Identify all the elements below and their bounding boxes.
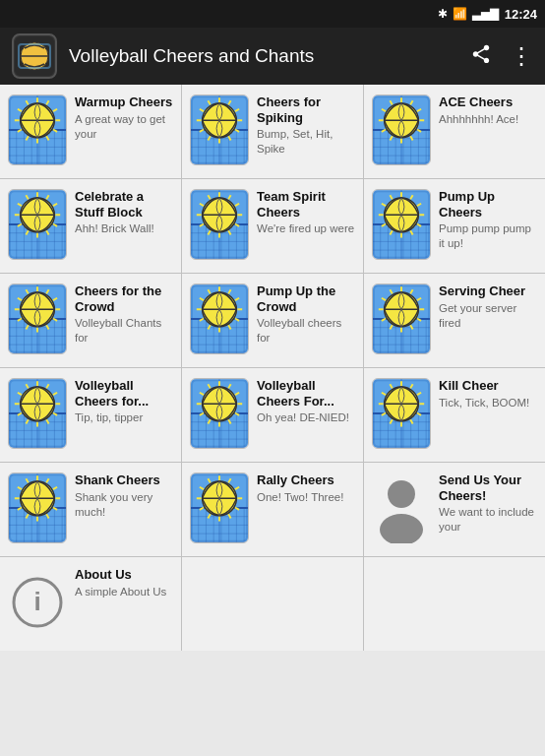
grid-item-cheers-for-the-crowd[interactable]: Cheers for the Crowd Volleyball Chants f… — [0, 274, 181, 367]
item-title: Kill Cheer — [439, 378, 537, 394]
item-text: Cheers for Spiking Bump, Set, Hit, Spike — [257, 94, 355, 157]
empty-cell — [182, 557, 363, 651]
grid-item-kill-cheer[interactable]: Kill Cheer Tick, Tick, BOOM! — [364, 368, 545, 462]
item-desc: Tip, tip, tipper — [75, 410, 173, 425]
item-thumb — [190, 472, 249, 543]
svg-point-439 — [380, 514, 423, 543]
item-title: Celebrate a Stuff Block — [75, 189, 173, 220]
item-title: Pump Up the Crowd — [257, 284, 355, 314]
grid-item-volleyball-cheers-for[interactable]: Volleyball Cheers for... Tip, tip, tippe… — [0, 368, 181, 462]
grid-item-volleyball-cheers-for2[interactable]: Volleyball Cheers For... Oh yea! DE-NIED… — [182, 368, 363, 462]
item-text: Pump Up the Crowd Volleyball cheers for — [257, 284, 355, 346]
wifi-icon: 📶 — [453, 7, 467, 21]
share-icon[interactable] — [470, 43, 492, 70]
item-text: Cheers for the Crowd Volleyball Chants f… — [75, 284, 173, 346]
status-time: 12:24 — [505, 7, 537, 22]
item-title: Serving Cheer — [439, 284, 537, 299]
item-text: Team Spirit Cheers We're fired up were — [257, 189, 355, 236]
item-title: Shank Cheers — [75, 472, 173, 488]
item-text: Send Us Your Cheers! We want to include … — [439, 472, 537, 535]
grid-item-about-us[interactable]: i About Us A simple About Us — [0, 557, 181, 651]
item-text: About Us A simple About Us — [75, 567, 173, 599]
item-text: Celebrate a Stuff Block Ahh! Brick Wall! — [75, 189, 173, 236]
bluetooth-icon: ✱ — [438, 7, 448, 21]
item-thumb — [190, 284, 249, 354]
status-bar: ✱ 📶 ▃▅▇ 12:24 — [0, 0, 545, 28]
grid-item-ace-cheers[interactable]: ACE Cheers Ahhhhhhh! Ace! — [364, 85, 545, 178]
grid-item-team-spirit-cheers[interactable]: Team Spirit Cheers We're fired up were — [182, 179, 363, 273]
item-thumb — [190, 189, 249, 260]
app-bar: Volleyball Cheers and Chants ⋮ — [0, 28, 545, 85]
app-title: Volleyball Cheers and Chants — [69, 45, 458, 67]
item-grid: Warmup Cheers A great way to get your Ch… — [0, 85, 545, 651]
item-thumb — [372, 472, 431, 543]
item-desc: Ahhhhhhh! Ace! — [439, 112, 537, 127]
item-text: Kill Cheer Tick, Tick, BOOM! — [439, 378, 537, 410]
item-thumb — [8, 189, 67, 260]
item-thumb — [8, 378, 67, 449]
more-icon[interactable]: ⋮ — [510, 42, 533, 70]
item-desc: Tick, Tick, BOOM! — [439, 396, 537, 410]
item-title: ACE Cheers — [439, 94, 537, 110]
item-title: Rally Cheers — [257, 472, 355, 488]
item-thumb — [372, 378, 431, 449]
item-text: Pump Up Cheers Pump pump pump it up! — [439, 189, 537, 251]
item-title: Warmup Cheers — [75, 94, 173, 110]
item-desc: Get your server fired — [439, 301, 537, 331]
signal-icon: ▃▅▇ — [472, 7, 499, 21]
item-title: Volleyball Cheers For... — [257, 378, 355, 409]
app-icon — [12, 33, 57, 79]
item-title: Send Us Your Cheers! — [439, 472, 537, 503]
item-title: Team Spirit Cheers — [257, 189, 355, 220]
item-desc: Ahh! Brick Wall! — [75, 221, 173, 236]
item-thumb — [372, 189, 431, 260]
grid-item-rally-cheers[interactable]: Rally Cheers One! Two! Three! — [182, 463, 363, 556]
item-title: Volleyball Cheers for... — [75, 378, 173, 409]
svg-point-438 — [388, 480, 415, 508]
item-desc: Oh yea! DE-NIED! — [257, 410, 355, 425]
item-text: Warmup Cheers A great way to get your — [75, 94, 173, 141]
grid-item-celebrate-stuff-block[interactable]: Celebrate a Stuff Block Ahh! Brick Wall! — [0, 179, 181, 273]
item-text: Volleyball Cheers for... Tip, tip, tippe… — [75, 378, 173, 425]
item-desc: Volleyball Chants for — [75, 316, 173, 346]
svg-text:i: i — [33, 587, 40, 616]
empty-cell — [364, 557, 545, 651]
item-title: Cheers for the Crowd — [75, 284, 173, 314]
item-desc: Bump, Set, Hit, Spike — [257, 127, 355, 157]
item-desc: A simple About Us — [75, 585, 173, 599]
grid-item-pump-up-the-crowd[interactable]: Pump Up the Crowd Volleyball cheers for — [182, 274, 363, 367]
item-title: Cheers for Spiking — [257, 94, 355, 125]
item-desc: Pump pump pump it up! — [439, 221, 537, 251]
item-thumb — [8, 472, 67, 543]
item-desc: A great way to get your — [75, 112, 173, 142]
item-text: ACE Cheers Ahhhhhhh! Ace! — [439, 94, 537, 127]
item-text: Volleyball Cheers For... Oh yea! DE-NIED… — [257, 378, 355, 425]
grid-item-cheers-for-spiking[interactable]: Cheers for Spiking Bump, Set, Hit, Spike — [182, 85, 363, 178]
grid-item-serving-cheer[interactable]: Serving Cheer Get your server fired — [364, 274, 545, 367]
grid-item-send-us-your-cheers[interactable]: Send Us Your Cheers! We want to include … — [364, 463, 545, 556]
item-thumb: i — [8, 567, 67, 638]
item-thumb — [372, 284, 431, 354]
item-thumb — [8, 94, 67, 165]
item-thumb — [8, 284, 67, 354]
item-desc: We're fired up were — [257, 221, 355, 236]
grid-item-warmup-cheers[interactable]: Warmup Cheers A great way to get your — [0, 85, 181, 178]
app-bar-actions: ⋮ — [470, 42, 533, 70]
item-title: About Us — [75, 567, 173, 583]
item-desc: Volleyball cheers for — [257, 316, 355, 346]
grid-item-shank-cheers[interactable]: Shank Cheers Shank you very much! — [0, 463, 181, 556]
item-text: Rally Cheers One! Two! Three! — [257, 472, 355, 505]
item-desc: We want to include your — [439, 505, 537, 535]
item-text: Serving Cheer Get your server fired — [439, 284, 537, 330]
item-text: Shank Cheers Shank you very much! — [75, 472, 173, 519]
item-thumb — [190, 94, 249, 165]
item-thumb — [190, 378, 249, 449]
item-desc: One! Two! Three! — [257, 490, 355, 505]
status-icons: ✱ 📶 ▃▅▇ — [438, 7, 499, 21]
item-thumb — [372, 94, 431, 165]
item-title: Pump Up Cheers — [439, 189, 537, 220]
grid-item-pump-up-cheers[interactable]: Pump Up Cheers Pump pump pump it up! — [364, 179, 545, 273]
item-desc: Shank you very much! — [75, 490, 173, 520]
